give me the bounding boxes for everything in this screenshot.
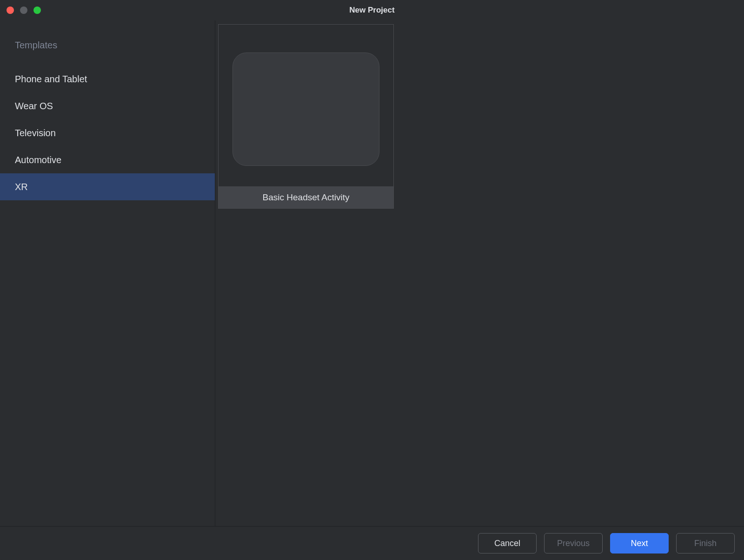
- sidebar-item-label: Television: [15, 128, 56, 138]
- body: Templates Phone and Tablet Wear OS Telev…: [0, 20, 744, 526]
- sidebar-item-xr[interactable]: XR: [0, 173, 215, 200]
- new-project-window: New Project Templates Phone and Tablet W…: [0, 0, 744, 560]
- sidebar-item-label: Automotive: [15, 155, 61, 165]
- sidebar: Templates Phone and Tablet Wear OS Telev…: [0, 20, 215, 526]
- template-preview: Preview: [219, 25, 393, 186]
- maximize-icon[interactable]: [33, 7, 41, 14]
- close-icon[interactable]: [7, 7, 14, 14]
- sidebar-items: Phone and Tablet Wear OS Television Auto…: [0, 66, 215, 200]
- window-controls: [7, 7, 41, 14]
- template-grid: Preview Basic Headset Activity: [215, 20, 744, 526]
- sidebar-item-label: XR: [15, 182, 28, 192]
- minimize-icon[interactable]: [20, 7, 27, 14]
- sidebar-item-wear-os[interactable]: Wear OS: [0, 92, 215, 119]
- template-title: Basic Headset Activity: [219, 186, 393, 208]
- headset-screen-icon: [232, 53, 379, 166]
- window-title: New Project: [349, 6, 394, 15]
- sidebar-item-phone-tablet[interactable]: Phone and Tablet: [0, 66, 215, 92]
- sidebar-item-television[interactable]: Television: [0, 119, 215, 146]
- sidebar-item-automotive[interactable]: Automotive: [0, 146, 215, 173]
- sidebar-item-label: Phone and Tablet: [15, 74, 87, 85]
- previous-button: Previous: [544, 533, 603, 553]
- finish-button: Finish: [676, 533, 735, 553]
- sidebar-item-label: Wear OS: [15, 101, 53, 112]
- wizard-footer: Cancel Previous Next Finish: [0, 526, 744, 560]
- next-button[interactable]: Next: [610, 533, 669, 553]
- cancel-button[interactable]: Cancel: [478, 533, 537, 553]
- template-card-basic-headset-activity[interactable]: Preview Basic Headset Activity: [218, 24, 394, 209]
- titlebar: New Project: [0, 0, 744, 20]
- sidebar-header: Templates: [0, 40, 215, 66]
